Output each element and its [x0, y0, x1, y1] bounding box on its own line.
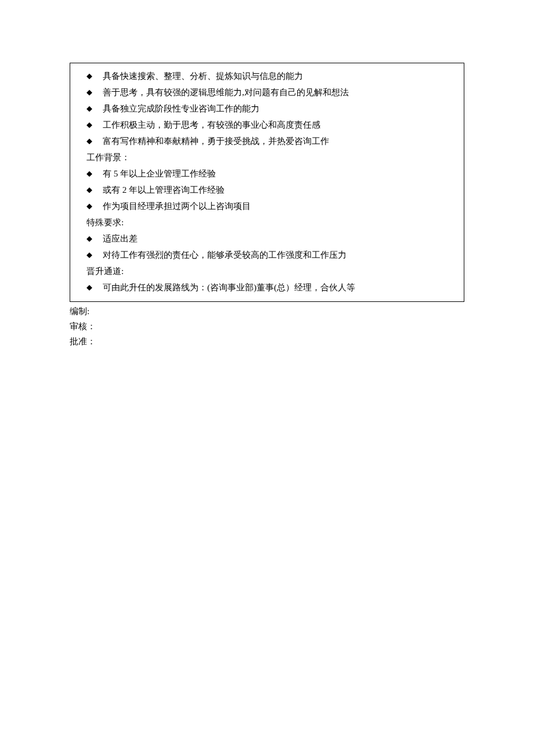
- page-container: 具备快速搜索、整理、分析、提炼知识与信息的能力 善于思考，具有较强的逻辑思维能力…: [0, 0, 534, 348]
- item-text: 富有写作精神和奉献精神，勇于接受挑战，并热爱咨询工作: [103, 136, 329, 146]
- list-item: 具备独立完成阶段性专业咨询工作的能力: [86, 102, 458, 116]
- skills-list: 具备快速搜索、整理、分析、提炼知识与信息的能力 善于思考，具有较强的逻辑思维能力…: [86, 69, 458, 148]
- list-item: 或有 2 年以上管理咨询工作经验: [86, 183, 458, 197]
- item-text: 或有 2 年以上管理咨询工作经验: [103, 185, 225, 195]
- list-item: 适应出差: [86, 232, 458, 246]
- list-item: 作为项目经理承担过两个以上咨询项目: [86, 199, 458, 213]
- list-item: 工作积极主动，勤于思考，有较强的事业心和高度责任感: [86, 118, 458, 132]
- list-item: 具备快速搜索、整理、分析、提炼知识与信息的能力: [86, 69, 458, 83]
- list-item: 可由此升任的发展路线为：(咨询事业部)董事(总）经理，合伙人等: [86, 280, 458, 294]
- item-text: 有 5 年以上企业管理工作经验: [103, 169, 216, 178]
- work-background-list: 有 5 年以上企业管理工作经验 或有 2 年以上管理咨询工作经验 作为项目经理承…: [86, 167, 458, 213]
- list-item: 善于思考，具有较强的逻辑思维能力,对问题有自己的见解和想法: [86, 85, 458, 99]
- footer-reviewed-by: 审核：: [70, 319, 464, 333]
- item-text: 对待工作有强烈的责任心，能够承受较高的工作强度和工作压力: [103, 250, 347, 260]
- item-text: 善于思考，具有较强的逻辑思维能力,对问题有自己的见解和想法: [103, 88, 349, 97]
- list-item: 对待工作有强烈的责任心，能够承受较高的工作强度和工作压力: [86, 248, 458, 262]
- item-text: 作为项目经理承担过两个以上咨询项目: [103, 201, 251, 211]
- content-box: 具备快速搜索、整理、分析、提炼知识与信息的能力 善于思考，具有较强的逻辑思维能力…: [70, 63, 464, 302]
- list-item: 富有写作精神和奉献精神，勇于接受挑战，并热爱咨询工作: [86, 134, 458, 148]
- footer-signatures: 编制: 审核： 批准：: [70, 304, 464, 348]
- heading-promotion-channel: 晋升通道:: [86, 264, 458, 278]
- special-requirements-list: 适应出差 对待工作有强烈的责任心，能够承受较高的工作强度和工作压力: [86, 232, 458, 262]
- promotion-channel-list: 可由此升任的发展路线为：(咨询事业部)董事(总）经理，合伙人等: [86, 280, 458, 294]
- item-text: 适应出差: [103, 234, 138, 243]
- heading-special-requirements: 特殊要求:: [86, 215, 458, 229]
- item-text: 可由此升任的发展路线为：(咨询事业部)董事(总）经理，合伙人等: [103, 283, 355, 292]
- item-text: 工作积极主动，勤于思考，有较强的事业心和高度责任感: [103, 120, 320, 129]
- heading-work-background: 工作背景：: [86, 150, 458, 164]
- item-text: 具备快速搜索、整理、分析、提炼知识与信息的能力: [103, 71, 303, 81]
- footer-prepared-by: 编制:: [70, 304, 464, 318]
- footer-approved-by: 批准：: [70, 334, 464, 348]
- item-text: 具备独立完成阶段性专业咨询工作的能力: [103, 104, 259, 113]
- list-item: 有 5 年以上企业管理工作经验: [86, 167, 458, 181]
